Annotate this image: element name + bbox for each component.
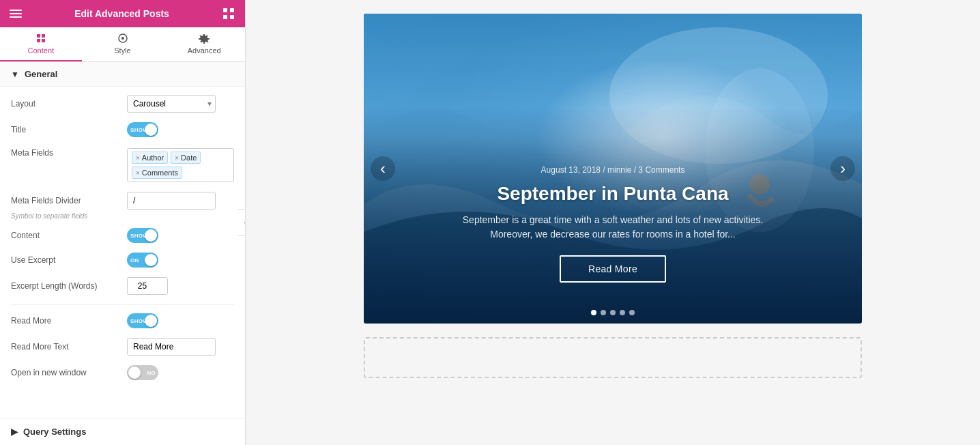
tag-date: × Date — [171, 152, 201, 164]
tag-remove-comments[interactable]: × — [136, 169, 140, 177]
carousel-meta: August 13, 2018 / minnie / 3 Comments — [442, 165, 783, 175]
tag-remove-author[interactable]: × — [136, 154, 140, 162]
read-more-text-input[interactable] — [127, 338, 216, 356]
carousel-dots — [591, 310, 635, 315]
use-excerpt-row: Use Excerpt ON — [11, 253, 234, 268]
carousel-dot-2[interactable] — [601, 310, 606, 315]
chevron-down-icon: ▼ — [11, 70, 19, 79]
use-excerpt-toggle[interactable]: ON — [127, 253, 158, 268]
open-new-window-control: NO — [127, 365, 234, 380]
layout-label: Layout — [11, 99, 127, 109]
carousel-next-button[interactable]: › — [831, 156, 855, 181]
toggle-knob — [145, 229, 157, 242]
carousel-dot-4[interactable] — [620, 310, 625, 315]
title-toggle[interactable]: SHOW — [127, 122, 158, 137]
carousel-widget: August 13, 2018 / minnie / 3 Comments Se… — [364, 14, 862, 324]
meta-divider-hint: Symbol to separate fields — [11, 212, 234, 220]
carousel-prev-button[interactable]: ‹ — [371, 156, 395, 181]
read-more-text-label: Read More Text — [11, 342, 127, 351]
query-section: ▶ Query Settings — [0, 418, 245, 445]
meta-fields-row: Meta Fields × Author × Date × Comments — [11, 147, 234, 182]
panel-header-title: Edit Advanced Posts — [74, 8, 169, 19]
layout-select-wrapper: Carousel Grid List ▾ — [127, 95, 216, 113]
excerpt-length-label: Excerpt Length (Words) — [11, 281, 127, 291]
read-more-control: SHOW — [127, 313, 234, 328]
panel-header: Edit Advanced Posts — [0, 0, 245, 27]
tag-author: × Author — [132, 152, 168, 164]
layout-select[interactable]: Carousel Grid List — [127, 95, 216, 113]
read-more-label: Read More — [11, 316, 127, 326]
open-new-window-row: Open in new window NO — [11, 365, 234, 380]
meta-divider-input[interactable] — [127, 192, 216, 210]
carousel-read-more-button[interactable]: Read More — [560, 255, 666, 283]
section-general[interactable]: ▼ General — [0, 62, 245, 87]
meta-fields-label: Meta Fields — [11, 148, 127, 158]
carousel-content: August 13, 2018 / minnie / 3 Comments Se… — [415, 165, 811, 283]
meta-divider-label: Meta Fields Divider — [11, 196, 127, 205]
bottom-placeholder — [364, 337, 862, 378]
layout-control: Carousel Grid List ▾ — [127, 95, 234, 113]
form-section: Layout Carousel Grid List ▾ Title SHOW — [0, 87, 245, 398]
tab-content[interactable]: Content — [0, 27, 82, 61]
svg-rect-3 — [230, 15, 234, 19]
content-label: Content — [11, 231, 127, 240]
title-control: SHOW — [127, 122, 234, 137]
toggle-knob — [145, 315, 157, 327]
use-excerpt-control: ON — [127, 253, 234, 268]
grid-icon[interactable] — [222, 7, 235, 20]
tab-advanced[interactable]: Advanced — [163, 27, 245, 61]
open-new-window-label: Open in new window — [11, 368, 127, 377]
tag-comments: × Comments — [132, 167, 182, 179]
toggle-knob — [145, 254, 157, 266]
svg-rect-1 — [230, 8, 234, 12]
read-more-text-control — [127, 338, 234, 356]
meta-tags-input[interactable]: × Author × Date × Comments — [127, 148, 234, 182]
content-toggle[interactable]: SHOW — [127, 228, 158, 243]
panel-tabs: Content Style Advanced — [0, 27, 245, 62]
svg-rect-2 — [223, 15, 227, 19]
title-row: Title SHOW — [11, 122, 234, 137]
svg-rect-0 — [223, 8, 227, 12]
carousel-dot-3[interactable] — [610, 310, 616, 315]
use-excerpt-label: Use Excerpt — [11, 255, 127, 265]
carousel-dot-5[interactable] — [629, 310, 635, 315]
content-row: Content SHOW — [11, 228, 234, 243]
carousel-dot-1[interactable] — [591, 310, 596, 315]
toggle-knob — [128, 367, 141, 379]
left-panel: Edit Advanced Posts Content Style — [0, 0, 246, 445]
chevron-right-icon: ▶ — [11, 427, 18, 437]
content-control: SHOW — [127, 228, 234, 243]
carousel-title: September in Punta Cana — [442, 183, 783, 205]
excerpt-length-row: Excerpt Length (Words) — [11, 277, 234, 295]
meta-fields-control: × Author × Date × Comments — [127, 148, 234, 182]
carousel-image: August 13, 2018 / minnie / 3 Comments Se… — [364, 14, 862, 324]
collapse-button[interactable]: ‹ — [238, 209, 246, 236]
divider — [11, 304, 234, 305]
meta-divider-row: Meta Fields Divider — [11, 192, 234, 210]
excerpt-length-control — [127, 277, 234, 295]
tab-style[interactable]: Style — [82, 27, 164, 61]
open-new-window-toggle[interactable]: NO — [127, 365, 158, 380]
excerpt-length-input[interactable] — [127, 277, 168, 295]
read-more-row: Read More SHOW — [11, 313, 234, 328]
read-more-toggle[interactable]: SHOW — [127, 313, 158, 328]
open-new-window-toggle-label: NO — [147, 370, 156, 376]
toggle-knob — [145, 124, 157, 136]
title-label: Title — [11, 125, 127, 134]
carousel-excerpt: September is a great time with a soft we… — [442, 213, 783, 242]
query-settings-header[interactable]: ▶ Query Settings — [0, 418, 245, 445]
use-excerpt-toggle-label: ON — [130, 257, 139, 263]
right-panel: August 13, 2018 / minnie / 3 Comments Se… — [246, 0, 980, 445]
svg-point-5 — [121, 37, 124, 40]
layout-row: Layout Carousel Grid List ▾ — [11, 95, 234, 113]
read-more-text-row: Read More Text — [11, 338, 234, 356]
hamburger-icon[interactable] — [10, 10, 22, 18]
meta-divider-control — [127, 192, 234, 210]
tag-remove-date[interactable]: × — [175, 154, 179, 162]
